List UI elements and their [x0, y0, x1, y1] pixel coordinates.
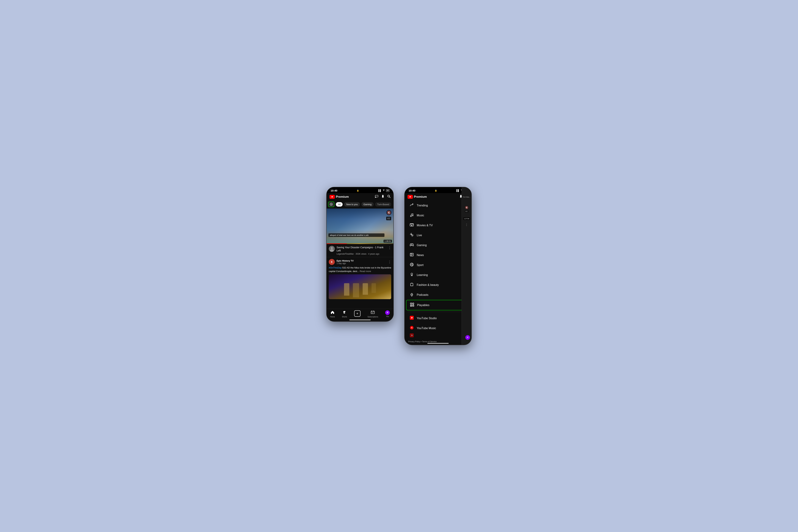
nav-home[interactable]: Home	[330, 310, 335, 318]
svg-point-33	[412, 244, 413, 245]
svg-marker-51	[413, 303, 414, 304]
menu-label-yt-music: YouTube Music	[417, 327, 436, 330]
notification-icon-1[interactable]	[381, 194, 384, 199]
partial-more: ⋮	[465, 223, 468, 226]
svg-rect-12	[371, 311, 375, 314]
menu-item-playables[interactable]: Playables	[406, 300, 470, 310]
menu-label-live: Live	[417, 234, 422, 237]
nav-create[interactable]: +	[354, 310, 361, 318]
menu-item-yt-music[interactable]: YouTube Music	[406, 323, 470, 333]
more-options-icon-2[interactable]: ⋮	[388, 260, 391, 264]
search-icon-1[interactable]	[387, 195, 391, 199]
menu-item-trending[interactable]: Trending	[406, 201, 470, 210]
svg-point-63	[412, 327, 412, 328]
wifi-icon-1	[382, 189, 385, 192]
menu-item-gaming[interactable]: Gaming	[406, 240, 470, 250]
music-icon	[410, 213, 414, 218]
svg-rect-16	[371, 313, 373, 313]
menu-item-news[interactable]: News	[406, 250, 470, 260]
news-icon	[410, 253, 414, 258]
community-post: E Epic History TV 1 day ago ⋮ #OnThisDay…	[327, 257, 393, 301]
yt-studio-icon	[410, 316, 414, 321]
fashion-icon	[410, 283, 414, 287]
menu-item-learning[interactable]: Learning	[406, 270, 470, 280]
epic-avatar: E	[329, 259, 335, 265]
svg-point-50	[411, 303, 412, 304]
phone-1: 10:40 🔒 ▌▌ 84	[326, 187, 394, 322]
post-time: 1 day ago	[337, 262, 354, 265]
movies-icon	[410, 223, 414, 228]
partial-duration: 1:27:54	[463, 217, 470, 220]
filter-chips-1: All New to you Gaming Turn-Based	[327, 201, 393, 209]
sidebar-menu: Trending Music	[405, 201, 471, 345]
cc-icon[interactable]: CC	[386, 217, 391, 220]
menu-label-yt-studio: YouTube Studio	[417, 317, 437, 320]
menu-label-podcasts: Podcasts	[417, 293, 429, 297]
menu-item-partial	[406, 333, 470, 338]
menu-item-sport[interactable]: Sport	[406, 260, 470, 270]
lock-icon-2: 🔒	[435, 189, 437, 192]
menu-item-music[interactable]: Music	[406, 210, 470, 220]
nav-subscriptions-label: Subscriptions	[367, 316, 378, 318]
more-options-icon-1[interactable]: ⋮	[388, 246, 391, 250]
menu-item-podcasts[interactable]: Podcasts	[406, 290, 470, 300]
menu-item-fashion[interactable]: Fashion & beauty	[406, 280, 470, 290]
footer-links: Privacy Policy • Terms of Service	[405, 338, 471, 345]
svg-point-52	[411, 306, 411, 306]
post-text: #OnThisDay 532 AD the Nika riots broke o…	[329, 266, 391, 273]
explore-chip[interactable]	[328, 202, 335, 207]
svg-point-43	[411, 293, 413, 295]
podcasts-icon	[410, 292, 414, 297]
status-time-1: 10:40	[330, 189, 337, 192]
cast-icon-1[interactable]	[375, 195, 378, 198]
youtube-logo-1	[329, 195, 335, 199]
live-icon	[410, 233, 414, 238]
thumb-controls: 🔇 CC	[386, 210, 392, 220]
video-channel-info: LegendofTotalWar · 353K views · 4 years …	[337, 253, 386, 255]
svg-point-26	[411, 224, 412, 224]
right-partial-overlay: Turn-Bas... 🔇 CC 1:27:54 ⋮ P	[462, 187, 471, 345]
menu-item-live[interactable]: Live	[406, 230, 470, 240]
nav-shorts[interactable]: Shorts	[342, 310, 347, 318]
lock-icon: 🔒	[357, 189, 359, 192]
create-icon[interactable]: +	[354, 310, 361, 317]
video-info-row: Saving Your Disaster Campaigns - 1 Frank…	[327, 244, 393, 257]
nav-you[interactable]: P You	[385, 310, 390, 318]
chip-turn-based[interactable]: Turn-Based	[375, 202, 391, 207]
subscriptions-icon	[371, 310, 375, 315]
svg-point-30	[411, 234, 412, 235]
video-progress-bar	[327, 244, 347, 244]
menu-label-trending: Trending	[417, 204, 428, 207]
signal-icon-2: ▌▌	[456, 189, 459, 192]
post-image	[329, 274, 391, 299]
svg-point-21	[410, 216, 412, 217]
video-caption: alleged of total war here we do another …	[328, 233, 384, 237]
you-avatar: P	[385, 310, 390, 315]
post-readmore[interactable]: Read more	[360, 270, 371, 272]
post-channel-name: Epic History TV	[337, 260, 354, 262]
svg-rect-49	[413, 305, 414, 306]
menu-item-movies[interactable]: Movies & TV	[406, 221, 470, 230]
logo-area-2: Premium	[407, 195, 427, 199]
menu-item-yt-studio[interactable]: YouTube Studio	[406, 314, 470, 323]
menu-list: Trending Music	[405, 201, 471, 338]
svg-point-9	[331, 247, 333, 249]
menu-label-gaming: Gaming	[417, 244, 427, 247]
svg-rect-15	[371, 312, 374, 312]
nav-subscriptions[interactable]: Subscriptions	[367, 310, 378, 318]
sport-icon	[410, 263, 414, 267]
shorts-icon	[343, 310, 346, 315]
app-header-1: Premium	[327, 193, 393, 201]
svg-point-22	[412, 215, 413, 216]
partial-icon	[410, 334, 414, 338]
partial-cc: CC	[465, 210, 468, 212]
video-thumbnail-1[interactable]: 🔇 CC alleged of total war here we do ano…	[327, 209, 393, 244]
svg-point-28	[413, 224, 413, 224]
chip-new-to-you[interactable]: New to you	[344, 202, 360, 207]
mute-icon[interactable]: 🔇	[386, 210, 392, 215]
menu-label-playables: Playables	[417, 304, 429, 307]
status-bar-1: 10:40 🔒 ▌▌ 84	[327, 187, 393, 193]
svg-rect-14	[374, 311, 374, 311]
chip-all[interactable]: All	[336, 202, 343, 207]
chip-gaming[interactable]: Gaming	[361, 202, 374, 207]
